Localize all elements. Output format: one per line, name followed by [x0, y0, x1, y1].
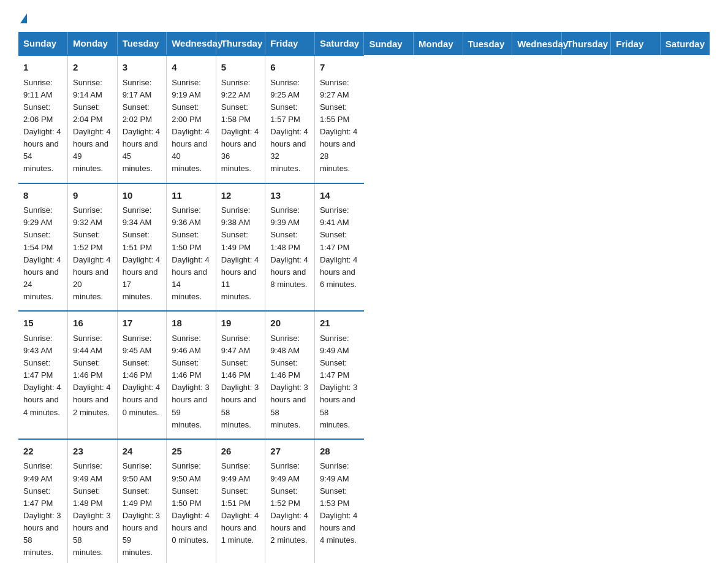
day-info: Sunrise: 9:49 AMSunset: 1:51 PMDaylight:…	[221, 460, 260, 546]
day-number: 12	[221, 189, 260, 203]
calendar-week-row: 8Sunrise: 9:29 AMSunset: 1:54 PMDaylight…	[18, 183, 710, 312]
day-info: Sunrise: 9:41 AMSunset: 1:47 PMDaylight:…	[320, 204, 359, 291]
calendar-day-cell: 13Sunrise: 9:39 AMSunset: 1:48 PMDayligh…	[265, 183, 315, 312]
day-info: Sunrise: 9:49 AMSunset: 1:52 PMDaylight:…	[270, 460, 309, 546]
day-info: Sunrise: 9:29 AMSunset: 1:54 PMDaylight:…	[23, 204, 63, 303]
day-header-friday: Friday	[611, 32, 661, 55]
calendar-day-cell: 23Sunrise: 9:49 AMSunset: 1:48 PMDayligh…	[68, 439, 118, 563]
day-info: Sunrise: 9:38 AMSunset: 1:49 PMDaylight:…	[221, 204, 260, 303]
calendar-day-cell: 1Sunrise: 9:11 AMSunset: 2:06 PMDaylight…	[18, 55, 68, 183]
day-header-wednesday: Wednesday	[512, 32, 562, 55]
calendar-day-cell: 25Sunrise: 9:50 AMSunset: 1:50 PMDayligh…	[167, 439, 216, 563]
calendar-day-cell: 27Sunrise: 9:49 AMSunset: 1:52 PMDayligh…	[265, 439, 315, 563]
day-info: Sunrise: 9:14 AMSunset: 2:04 PMDaylight:…	[73, 77, 112, 175]
day-number: 2	[73, 61, 112, 75]
calendar-day-cell: 26Sunrise: 9:49 AMSunset: 1:51 PMDayligh…	[216, 439, 265, 563]
day-number: 7	[320, 61, 359, 75]
day-number: 20	[270, 316, 309, 331]
calendar-day-cell: 10Sunrise: 9:34 AMSunset: 1:51 PMDayligh…	[117, 183, 167, 312]
calendar-day-cell: 8Sunrise: 9:29 AMSunset: 1:54 PMDaylight…	[18, 183, 68, 312]
day-number: 10	[123, 189, 162, 203]
calendar-day-cell: 11Sunrise: 9:36 AMSunset: 1:50 PMDayligh…	[167, 183, 216, 312]
day-number: 25	[172, 445, 211, 459]
day-info: Sunrise: 9:48 AMSunset: 1:46 PMDaylight:…	[270, 332, 309, 431]
calendar-day-cell: 6Sunrise: 9:25 AMSunset: 1:57 PMDaylight…	[265, 55, 315, 183]
day-number: 21	[320, 316, 359, 331]
calendar-day-cell: 18Sunrise: 9:46 AMSunset: 1:46 PMDayligh…	[167, 311, 216, 439]
calendar-day-cell: 2Sunrise: 9:14 AMSunset: 2:04 PMDaylight…	[68, 55, 118, 183]
day-number: 4	[172, 61, 211, 75]
calendar-day-cell: 5Sunrise: 9:22 AMSunset: 1:58 PMDaylight…	[216, 55, 265, 183]
day-info: Sunrise: 9:49 AMSunset: 1:47 PMDaylight:…	[320, 332, 359, 431]
day-number: 15	[23, 316, 63, 331]
day-header-tuesday: Tuesday	[117, 32, 167, 55]
day-header-saturday: Saturday	[660, 32, 710, 55]
day-header-thursday: Thursday	[216, 32, 265, 55]
calendar-day-cell: 9Sunrise: 9:32 AMSunset: 1:52 PMDaylight…	[68, 183, 118, 312]
day-info: Sunrise: 9:25 AMSunset: 1:57 PMDaylight:…	[270, 77, 309, 175]
day-header-sunday: Sunday	[364, 32, 414, 55]
calendar-day-cell: 3Sunrise: 9:17 AMSunset: 2:02 PMDaylight…	[117, 55, 167, 183]
day-info: Sunrise: 9:39 AMSunset: 1:48 PMDaylight:…	[270, 204, 309, 291]
day-info: Sunrise: 9:27 AMSunset: 1:55 PMDaylight:…	[320, 77, 359, 175]
day-number: 16	[73, 316, 112, 331]
day-number: 22	[23, 445, 63, 459]
day-number: 11	[172, 189, 211, 203]
day-header-tuesday: Tuesday	[463, 32, 512, 55]
day-info: Sunrise: 9:50 AMSunset: 1:50 PMDaylight:…	[172, 460, 211, 546]
day-info: Sunrise: 9:47 AMSunset: 1:46 PMDaylight:…	[221, 332, 260, 431]
calendar-day-cell: 16Sunrise: 9:44 AMSunset: 1:46 PMDayligh…	[68, 311, 118, 439]
calendar-week-row: 22Sunrise: 9:49 AMSunset: 1:47 PMDayligh…	[18, 439, 710, 563]
day-header-monday: Monday	[68, 32, 118, 55]
calendar-day-cell: 7Sunrise: 9:27 AMSunset: 1:55 PMDaylight…	[314, 55, 364, 183]
day-header-monday: Monday	[414, 32, 463, 55]
day-number: 3	[123, 61, 162, 75]
day-number: 14	[320, 189, 359, 203]
day-info: Sunrise: 9:45 AMSunset: 1:46 PMDaylight:…	[123, 332, 162, 419]
calendar-day-cell: 12Sunrise: 9:38 AMSunset: 1:49 PMDayligh…	[216, 183, 265, 312]
day-number: 8	[23, 189, 63, 203]
day-info: Sunrise: 9:43 AMSunset: 1:47 PMDaylight:…	[23, 332, 63, 419]
day-number: 23	[73, 445, 112, 459]
day-info: Sunrise: 9:34 AMSunset: 1:51 PMDaylight:…	[123, 204, 162, 303]
logo-triangle-icon	[20, 13, 27, 23]
day-number: 28	[320, 445, 359, 459]
day-number: 6	[270, 61, 309, 75]
day-header-saturday: Saturday	[314, 32, 364, 55]
day-number: 18	[172, 316, 211, 331]
day-number: 24	[123, 445, 162, 459]
calendar-day-cell: 17Sunrise: 9:45 AMSunset: 1:46 PMDayligh…	[117, 311, 167, 439]
day-info: Sunrise: 9:49 AMSunset: 1:48 PMDaylight:…	[73, 460, 112, 559]
calendar-day-cell: 24Sunrise: 9:50 AMSunset: 1:49 PMDayligh…	[117, 439, 167, 563]
day-info: Sunrise: 9:50 AMSunset: 1:49 PMDaylight:…	[123, 460, 162, 559]
logo	[18, 12, 27, 20]
day-number: 13	[270, 189, 309, 203]
calendar-day-cell: 15Sunrise: 9:43 AMSunset: 1:47 PMDayligh…	[18, 311, 68, 439]
day-info: Sunrise: 9:44 AMSunset: 1:46 PMDaylight:…	[73, 332, 112, 419]
day-header-sunday: Sunday	[18, 32, 68, 55]
day-info: Sunrise: 9:36 AMSunset: 1:50 PMDaylight:…	[172, 204, 211, 303]
day-number: 5	[221, 61, 260, 75]
calendar-day-cell: 4Sunrise: 9:19 AMSunset: 2:00 PMDaylight…	[167, 55, 216, 183]
day-info: Sunrise: 9:19 AMSunset: 2:00 PMDaylight:…	[172, 77, 211, 175]
day-header-friday: Friday	[265, 32, 315, 55]
calendar-week-row: 15Sunrise: 9:43 AMSunset: 1:47 PMDayligh…	[18, 311, 710, 439]
day-info: Sunrise: 9:49 AMSunset: 1:53 PMDaylight:…	[320, 460, 359, 546]
day-info: Sunrise: 9:49 AMSunset: 1:47 PMDaylight:…	[23, 460, 63, 559]
calendar-day-cell: 20Sunrise: 9:48 AMSunset: 1:46 PMDayligh…	[265, 311, 315, 439]
day-number: 1	[23, 61, 63, 75]
day-info: Sunrise: 9:17 AMSunset: 2:02 PMDaylight:…	[123, 77, 162, 175]
day-number: 26	[221, 445, 260, 459]
day-header-thursday: Thursday	[561, 32, 611, 55]
day-number: 19	[221, 316, 260, 331]
day-info: Sunrise: 9:32 AMSunset: 1:52 PMDaylight:…	[73, 204, 112, 303]
calendar-header-row: SundayMondayTuesdayWednesdayThursdayFrid…	[18, 32, 710, 55]
day-number: 17	[123, 316, 162, 331]
day-info: Sunrise: 9:22 AMSunset: 1:58 PMDaylight:…	[221, 77, 260, 175]
calendar-week-row: 1Sunrise: 9:11 AMSunset: 2:06 PMDaylight…	[18, 55, 710, 183]
calendar-table: SundayMondayTuesdayWednesdayThursdayFrid…	[18, 32, 710, 563]
calendar-day-cell: 14Sunrise: 9:41 AMSunset: 1:47 PMDayligh…	[314, 183, 364, 312]
page-header	[18, 12, 710, 20]
day-info: Sunrise: 9:46 AMSunset: 1:46 PMDaylight:…	[172, 332, 211, 431]
day-number: 9	[73, 189, 112, 203]
